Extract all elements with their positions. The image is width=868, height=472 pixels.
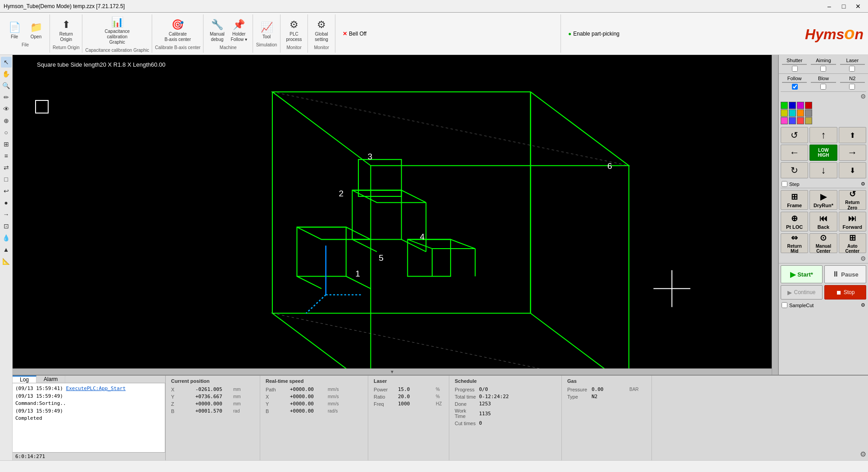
undo-tool-button[interactable]: ↩ bbox=[1, 186, 12, 196]
rectangle-tool-button[interactable]: □ bbox=[1, 174, 12, 185]
dot-tool-button[interactable]: ● bbox=[1, 197, 12, 208]
auto-center-button[interactable]: ⊞ AutoCenter bbox=[839, 233, 866, 253]
log-link-0[interactable]: ExecutePLC:App_Start bbox=[66, 386, 126, 391]
measure-tool-button[interactable]: 📐 bbox=[1, 256, 12, 267]
tool-label: Tool bbox=[262, 34, 271, 40]
color-blue[interactable] bbox=[789, 102, 796, 109]
layer-tool-button[interactable]: ≡ bbox=[1, 150, 12, 161]
manual-center-button[interactable]: ⊙ ManualCenter bbox=[809, 233, 837, 253]
return-zero-button[interactable]: ↺ ReturnZero bbox=[839, 190, 866, 210]
holder-follow-button[interactable]: 📌 HolderFollow ▾ bbox=[228, 17, 250, 44]
snap-tool-button[interactable]: ⊞ bbox=[1, 139, 12, 150]
left-arrow-button[interactable]: ← bbox=[781, 145, 808, 161]
pencil-tool-button[interactable]: ✏ bbox=[1, 92, 12, 103]
laser-checkbox[interactable] bbox=[849, 66, 855, 72]
svg-line-26 bbox=[272, 92, 629, 166]
canvas-area[interactable]: Square tube Side length20 X R1.8 X Lengt… bbox=[13, 55, 778, 375]
alarm-tab[interactable]: Alarm bbox=[36, 376, 65, 383]
drop-tool-button[interactable]: 💧 bbox=[1, 232, 12, 243]
blow-checkbox[interactable] bbox=[820, 84, 826, 90]
close-button[interactable]: ✕ bbox=[852, 1, 864, 11]
machine-group-label: Machine bbox=[220, 45, 237, 50]
back-button[interactable]: ⏮ Back bbox=[809, 212, 837, 231]
pos-z-unit: mm bbox=[233, 401, 241, 406]
calibrate-label: CalibrateB-axis center bbox=[165, 32, 191, 42]
rotate-ccw-button[interactable]: ↺ bbox=[781, 127, 808, 143]
color-lightblue[interactable] bbox=[789, 117, 796, 124]
pos-z-label: Z bbox=[171, 401, 194, 407]
down-arrow-button[interactable]: ↓ bbox=[809, 162, 837, 178]
calibrate-button[interactable]: 🎯 CalibrateB-axis center bbox=[162, 17, 194, 44]
sched-totaltime-label: Total time bbox=[455, 394, 477, 399]
manual-debug-button[interactable]: 🔧 Manualdebug bbox=[206, 17, 228, 44]
follow-checkbox[interactable] bbox=[792, 84, 798, 90]
return-mid-button[interactable]: ⇔ ReturnMid bbox=[781, 233, 808, 253]
up-right-button[interactable]: ⬆ bbox=[839, 127, 866, 143]
color-cyan[interactable] bbox=[789, 109, 796, 117]
sample-cut-checkbox[interactable] bbox=[782, 302, 787, 308]
svg-line-12 bbox=[352, 240, 377, 252]
gas-type-label: Type bbox=[567, 394, 590, 399]
tool-button[interactable]: 📈 Tool bbox=[256, 20, 277, 41]
open-button[interactable]: 📁 Open bbox=[25, 20, 47, 41]
continue-button[interactable]: ▶ Continue bbox=[781, 285, 823, 300]
shutter-checkbox[interactable] bbox=[792, 66, 798, 72]
frame-button[interactable]: ⊞ Frame bbox=[781, 190, 808, 210]
color-olive[interactable] bbox=[805, 117, 812, 124]
n2-label: N2 bbox=[849, 76, 855, 81]
bottom-scrollbar[interactable]: ▼ bbox=[13, 368, 772, 375]
global-setting-button[interactable]: ⚙ Globalsetting bbox=[311, 17, 332, 44]
capacitance-button[interactable]: 📊 CapacitancecalibrationGraphic bbox=[102, 14, 133, 47]
color-yellow[interactable] bbox=[781, 109, 788, 117]
laser-freq-unit: HZ bbox=[436, 401, 442, 406]
right-arrow-button[interactable]: → bbox=[839, 145, 866, 161]
sample-cut-gear-icon[interactable]: ⚙ bbox=[861, 302, 865, 308]
log-tab[interactable]: Log bbox=[13, 376, 36, 383]
new-button[interactable]: 📄 File bbox=[4, 20, 25, 41]
settings-gear-icon[interactable]: ⚙ bbox=[860, 93, 866, 100]
continue-label: Continue bbox=[794, 289, 815, 295]
color-red[interactable] bbox=[805, 102, 812, 109]
color-magenta[interactable] bbox=[797, 102, 804, 109]
shutter-label: Shutter bbox=[787, 58, 802, 63]
step-gear-icon[interactable]: ⚙ bbox=[861, 181, 865, 187]
step-checkbox[interactable] bbox=[782, 181, 787, 187]
color-green[interactable] bbox=[781, 102, 788, 109]
enable-part-picking-item[interactable]: ● Enable part-picking bbox=[568, 31, 619, 37]
fill-tool-button[interactable]: ▲ bbox=[1, 244, 12, 255]
dry-run-button[interactable]: ▶ DryRun* bbox=[809, 190, 837, 210]
bell-off-item[interactable]: ✕ Bell Off bbox=[343, 31, 366, 37]
log-time-0: (09/13 15:59:41) bbox=[15, 386, 63, 391]
select-tool-button[interactable]: ↖ bbox=[1, 57, 12, 68]
arrow-tool-button[interactable]: → bbox=[1, 209, 12, 220]
circle-tool-button[interactable]: ○ bbox=[1, 127, 12, 138]
stop-button[interactable]: ⏹ Stop bbox=[824, 285, 866, 300]
pan-tool-button[interactable]: ✋ bbox=[1, 68, 12, 79]
bottom-settings-gear-icon[interactable]: ⚙ bbox=[860, 450, 866, 458]
color-lightred[interactable] bbox=[797, 117, 804, 124]
down-right-button[interactable]: ⬇ bbox=[839, 162, 866, 178]
eye-tool-button[interactable]: 👁 bbox=[1, 104, 12, 114]
pt-loc-button[interactable]: ⊕ Pt LOC bbox=[781, 212, 808, 231]
color-pink[interactable] bbox=[781, 117, 788, 124]
maximize-button[interactable]: □ bbox=[837, 1, 850, 11]
transform-tool-button[interactable]: ⇄ bbox=[1, 162, 12, 173]
color-orange[interactable] bbox=[797, 109, 804, 117]
zoom-area-button[interactable]: ⊕ bbox=[1, 115, 12, 126]
start-button[interactable]: ▶ Start* bbox=[781, 265, 823, 283]
rotate-cw-button[interactable]: ↻ bbox=[781, 162, 808, 178]
up-arrow-button[interactable]: ↑ bbox=[809, 127, 837, 143]
node-tool-button[interactable]: ⊡ bbox=[1, 221, 12, 231]
low-high-button[interactable]: LOW HIGH bbox=[809, 145, 837, 161]
action-gear-icon[interactable]: ⚙ bbox=[860, 255, 866, 262]
n2-checkbox[interactable] bbox=[849, 84, 855, 90]
aiming-checkbox[interactable] bbox=[820, 66, 826, 72]
forward-button[interactable]: ⏭ Forward bbox=[839, 212, 866, 231]
return-origin-button[interactable]: ⬆ ReturnOrigin bbox=[55, 17, 77, 44]
plc-button[interactable]: ⚙ PLCprocess bbox=[283, 17, 305, 44]
svg-text:6: 6 bbox=[607, 161, 612, 171]
minimize-button[interactable]: – bbox=[823, 1, 836, 11]
color-gray[interactable] bbox=[805, 109, 812, 117]
zoom-in-button[interactable]: 🔍 bbox=[1, 80, 12, 91]
pause-button[interactable]: ⏸ Pause bbox=[824, 265, 866, 283]
